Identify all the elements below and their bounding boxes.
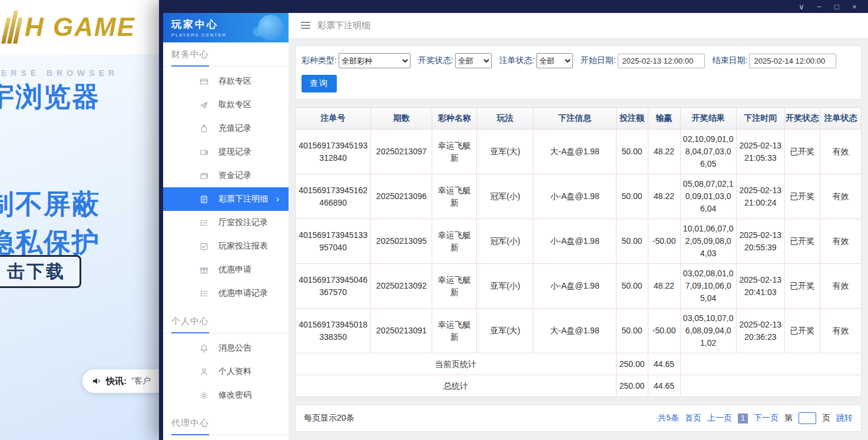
cell-draw-status: 已开奖 — [784, 219, 820, 264]
cell-lottery: 幸运飞艇新 — [432, 174, 477, 219]
filter-panel: 彩种类型: 全部彩种 开奖状态: 全部 注单状态: 全部 开始日期: 结束日期:… — [295, 45, 862, 100]
sidebar-item-deposit[interactable]: 存款专区 — [163, 70, 289, 93]
hero-tagline: ERSE BROWSER — [1, 68, 118, 78]
cell-bet-status: 有效 — [820, 219, 861, 264]
speaker-icon — [92, 376, 101, 386]
jump-prefix: 第 — [784, 413, 793, 424]
gear-icon — [200, 391, 208, 400]
col-result: 开奖结果 — [680, 108, 736, 130]
cell-amount: 50.00 — [616, 309, 648, 353]
sidebar-item-recharge-record[interactable]: 充值记录 — [163, 117, 289, 140]
table-row: 401569173945018338350 20250213091 幸运飞艇新 … — [296, 309, 862, 353]
col-amount: 投注额 — [616, 108, 648, 130]
cell-lottery: 幸运飞艇新 — [432, 309, 477, 353]
table-row: 401569173945133957040 20250213095 幸运飞艇新 … — [296, 219, 862, 264]
page-number-input[interactable] — [799, 412, 816, 424]
sidebar-item-withdraw-record[interactable]: 提现记录 — [163, 140, 289, 164]
sidebar-item-lottery-bet-detail[interactable]: 彩票下注明细 › — [163, 187, 289, 211]
cell-win: 48.22 — [648, 130, 680, 174]
window-titlebar: ∨ − □ × — [159, 0, 868, 13]
sidebar-item-change-password[interactable]: 修改密码 — [163, 383, 289, 407]
end-date-label: 结束日期: — [713, 55, 748, 66]
sidebar-decoration — [258, 15, 284, 41]
hero-banner: ERSE BROWSER 宇浏览器 制不屏蔽 隐私保护 击下载 快讯: “客户 — [0, 54, 177, 440]
table-row: 401569173945046367570 20250213092 幸运飞艇新 … — [296, 264, 862, 309]
col-period: 期数 — [371, 108, 432, 130]
jump-link[interactable]: 跳转 — [836, 413, 853, 424]
download-button[interactable]: 击下载 — [0, 255, 81, 288]
start-date-label: 开始日期: — [581, 55, 616, 66]
cell-result: 03,02,08,01,07,09,10,06,05,04 — [680, 264, 736, 309]
sidebar-item-profile[interactable]: 个人资料 — [163, 360, 289, 383]
cell-period: 20250213092 — [371, 264, 432, 309]
cell-play: 亚军(大) — [477, 309, 534, 353]
close-icon[interactable]: × — [846, 0, 863, 13]
page-size-text: 每页显示20条 — [304, 413, 355, 424]
person-icon — [200, 368, 208, 376]
cell-result: 03,05,10,07,06,08,09,04,01,02 — [680, 309, 736, 353]
sidebar-item-funds-record[interactable]: 资金记录 — [163, 164, 289, 187]
ticker-label: 快讯: — [106, 376, 127, 387]
send-plane-icon — [200, 101, 208, 110]
cell-time: 2025-02-13 20:36:23 — [736, 309, 784, 353]
cell-bet-no: 401569173945133957040 — [296, 219, 371, 264]
wallet-icon — [200, 148, 208, 157]
record-list-icon — [200, 289, 208, 298]
cell-win: -50.00 — [648, 219, 680, 264]
cell-lottery: 幸运飞艇新 — [432, 264, 477, 309]
sidebar-item-promo-apply-record[interactable]: 优惠申请记录 — [163, 282, 289, 305]
cell-period: 20250213096 — [371, 174, 432, 219]
first-page-link[interactable]: 首页 — [685, 413, 701, 424]
maximize-icon[interactable]: □ — [828, 0, 846, 13]
report-check-icon — [200, 242, 208, 251]
cell-bet-info: 小-A盘@1.98 — [534, 264, 616, 309]
sidebar: 玩家中心 PLAYERS CENTER 财务中心 存款专区 取款专区 充值记录 — [163, 13, 289, 440]
cell-time: 2025-02-13 21:05:33 — [736, 130, 784, 174]
ticker-text: “客户 — [131, 376, 151, 386]
bet-table: 注单号 期数 彩种名称 玩法 下注信息 投注额 输赢 开奖结果 下注时间 开奖状… — [295, 107, 862, 397]
cell-result: 02,10,09,01,08,04,07,03,06,05 — [680, 130, 736, 174]
cell-amount: 50.00 — [616, 130, 648, 174]
sidebar-item-withdraw[interactable]: 取款专区 — [163, 93, 289, 117]
banknotes-icon — [200, 171, 208, 180]
prev-page-link[interactable]: 上一页 — [707, 413, 732, 424]
sidebar-item-hall-bet-record[interactable]: 厅室投注记录 — [163, 211, 289, 234]
col-time: 下注时间 — [736, 108, 784, 130]
cell-draw-status: 已开奖 — [784, 264, 820, 309]
total-summary-row: 总统计 250.00 44.65 — [296, 375, 862, 397]
cell-result: 05,08,07,02,10,09,01,03,06,04 — [680, 174, 736, 219]
page-summary-row: 当前页统计 250.00 44.65 — [296, 353, 862, 375]
sidebar-header: 玩家中心 PLAYERS CENTER — [163, 13, 289, 42]
page-title: 彩票下注明细 — [317, 20, 370, 31]
chevron-down-icon[interactable]: ∨ — [793, 0, 810, 13]
bet-status-select[interactable]: 全部 — [536, 53, 573, 68]
cell-amount: 50.00 — [616, 219, 648, 264]
col-play: 玩法 — [477, 108, 534, 130]
cell-lottery: 幸运飞艇新 — [432, 219, 477, 264]
total-count: 共5条 — [658, 413, 679, 424]
cell-time: 2025-02-13 20:41:03 — [736, 264, 784, 309]
col-win: 输赢 — [648, 108, 680, 130]
sidebar-item-player-bet-report[interactable]: 玩家投注报表 — [163, 234, 289, 258]
hero-headline-2: 制不屏蔽 — [0, 186, 100, 223]
bell-icon — [200, 344, 208, 353]
start-date-input[interactable] — [618, 54, 705, 68]
current-page[interactable]: 1 — [738, 413, 748, 424]
search-button[interactable]: 查询 — [302, 75, 337, 92]
next-page-link[interactable]: 下一页 — [754, 413, 778, 424]
deposit-card-icon — [200, 77, 208, 86]
sidebar-item-messages[interactable]: 消息公告 — [163, 336, 289, 360]
cell-bet-no: 401569173945018338350 — [296, 309, 371, 353]
minimize-icon[interactable]: − — [810, 0, 828, 13]
draw-status-select[interactable]: 全部 — [455, 53, 492, 68]
hamburger-icon[interactable] — [301, 22, 310, 29]
cell-period: 20250213091 — [371, 309, 432, 353]
col-bet-info: 下注信息 — [534, 108, 616, 130]
end-date-input[interactable] — [749, 54, 836, 68]
bet-status-label: 注单状态: — [499, 55, 535, 66]
sidebar-item-promo-apply[interactable]: 优惠申请 — [163, 258, 289, 282]
cell-lottery: 幸运飞艇新 — [432, 130, 477, 174]
lottery-type-select[interactable]: 全部彩种 — [339, 53, 410, 68]
total-summary-label: 总统计 — [296, 375, 617, 397]
cell-bet-status: 有效 — [820, 309, 861, 353]
